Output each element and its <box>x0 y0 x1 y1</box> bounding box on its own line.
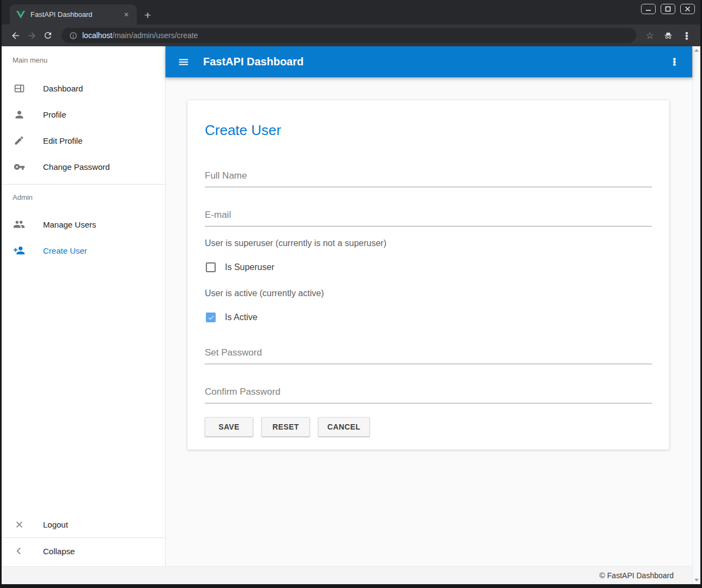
sidebar-item-manage-users[interactable]: Manage Users <box>2 211 165 237</box>
is-superuser-checkbox[interactable] <box>206 262 216 272</box>
dashboard-icon <box>13 82 26 95</box>
footer-copyright: © FastAPI Dashboard <box>600 571 674 580</box>
vue-logo-icon <box>16 10 25 19</box>
sidebar-item-label: Dashboard <box>43 84 83 93</box>
full-name-input[interactable] <box>205 168 652 187</box>
chevron-left-icon <box>13 544 26 558</box>
reload-icon[interactable] <box>40 27 56 44</box>
save-button[interactable]: SAVE <box>205 417 253 437</box>
tab-close-icon[interactable]: ✕ <box>121 10 131 20</box>
cancel-button[interactable]: CANCEL <box>318 417 370 437</box>
browser-tab[interactable]: FastAPI Dashboard ✕ <box>10 4 137 24</box>
sidebar-item-collapse[interactable]: Collapse <box>2 538 165 564</box>
tab-title: FastAPI Dashboard <box>30 10 121 19</box>
sidebar-item-change-password[interactable]: Change Password <box>2 154 165 180</box>
web-content: Main menu Dashboard <box>2 46 700 584</box>
close-icon[interactable] <box>680 4 695 14</box>
url-path: /main/admin/users/create <box>112 31 198 40</box>
address-bar[interactable]: localhost/main/admin/users/create <box>62 28 636 43</box>
set-password-field-wrap <box>205 345 652 364</box>
create-user-card: Create User User is superuser (currently… <box>187 100 669 450</box>
vertical-scrollbar[interactable] <box>692 46 700 584</box>
person-add-icon <box>13 244 26 257</box>
minimize-icon[interactable] <box>641 4 656 14</box>
incognito-icon <box>660 27 676 44</box>
sidebar-item-label: Manage Users <box>43 220 96 229</box>
person-icon <box>13 108 26 121</box>
toolbar-right: ☆ ••• <box>642 27 695 44</box>
hamburger-menu-icon[interactable] <box>178 56 190 68</box>
browser-kebab-menu-icon[interactable]: ••• <box>679 27 695 44</box>
is-superuser-checkbox-row[interactable]: Is Superuser <box>205 262 652 272</box>
sidebar-item-label: Change Password <box>43 162 110 171</box>
reset-button[interactable]: RESET <box>261 417 310 437</box>
url-text[interactable]: localhost/main/admin/users/create <box>82 31 198 40</box>
sidebar-item-logout[interactable]: Logout <box>2 511 165 537</box>
superuser-note: User is superuser (currently is not a su… <box>205 238 652 248</box>
forward-icon[interactable] <box>23 27 40 44</box>
app-bar: FastAPI Dashboard ••• <box>166 46 692 77</box>
sidebar-item-edit-profile[interactable]: Edit Profile <box>2 127 165 154</box>
sidebar-item-label: Profile <box>43 110 66 119</box>
set-password-input[interactable] <box>205 345 652 364</box>
email-field-wrap <box>205 207 652 226</box>
back-icon[interactable] <box>7 27 23 44</box>
url-host: localhost <box>82 31 112 40</box>
sidebar-item-create-user[interactable]: Create User <box>2 237 165 264</box>
sidebar-section-admin: Admin <box>2 185 165 211</box>
active-note: User is active (currently active) <box>205 289 652 298</box>
sidebar: Main menu Dashboard <box>2 46 166 566</box>
main-area: FastAPI Dashboard ••• Create User User i… <box>166 46 692 566</box>
appbar-title: FastAPI Dashboard <box>203 56 303 68</box>
page-footer: © FastAPI Dashboard <box>2 566 692 584</box>
sidebar-item-label: Create User <box>43 246 87 255</box>
maximize-icon[interactable] <box>661 4 675 14</box>
sidebar-item-label: Logout <box>43 520 68 529</box>
close-x-icon <box>13 518 26 531</box>
browser-titlebar: FastAPI Dashboard ✕ + <box>2 0 700 24</box>
people-icon <box>13 218 26 231</box>
appbar-kebab-menu-icon[interactable]: ••• <box>668 56 680 68</box>
scrollbar-up-arrow-icon[interactable] <box>694 49 699 52</box>
email-input[interactable] <box>205 207 652 226</box>
sidebar-item-label: Edit Profile <box>43 136 83 145</box>
bookmark-star-icon[interactable]: ☆ <box>642 27 658 44</box>
is-active-checkbox[interactable] <box>206 313 216 322</box>
full-name-field-wrap <box>205 168 652 187</box>
sidebar-section-main-menu: Main menu <box>2 46 165 75</box>
scrollbar-down-arrow-icon[interactable] <box>694 579 699 581</box>
sidebar-item-label: Collapse <box>43 547 75 556</box>
sidebar-item-dashboard[interactable]: Dashboard <box>2 75 165 101</box>
is-active-checkbox-row[interactable]: Is Active <box>205 313 652 322</box>
page-title: Create User <box>205 122 652 139</box>
confirm-password-input[interactable] <box>205 384 652 403</box>
browser-toolbar: localhost/main/admin/users/create ☆ ••• <box>2 24 700 46</box>
key-icon <box>13 160 26 173</box>
is-active-label: Is Active <box>225 313 258 322</box>
new-tab-button[interactable]: + <box>144 10 151 21</box>
confirm-password-field-wrap <box>205 384 652 403</box>
pencil-icon <box>13 134 26 147</box>
form-buttons: SAVE RESET CANCEL <box>205 417 652 437</box>
window-controls <box>641 4 695 14</box>
sidebar-item-profile[interactable]: Profile <box>2 101 165 127</box>
browser-window: FastAPI Dashboard ✕ + <box>0 0 702 588</box>
info-icon[interactable] <box>69 32 77 40</box>
is-superuser-label: Is Superuser <box>225 262 274 272</box>
